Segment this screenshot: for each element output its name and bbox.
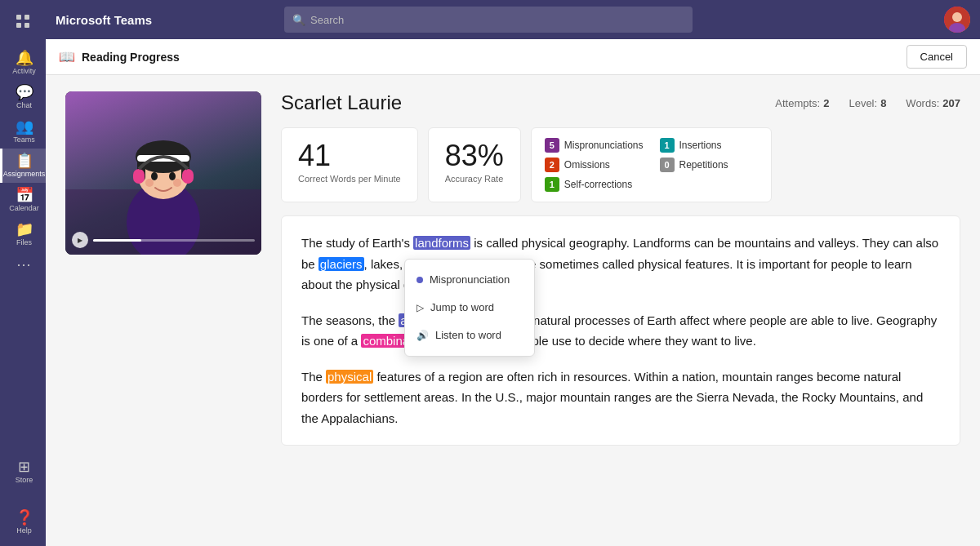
search-bar[interactable]: 🔍	[284, 7, 693, 33]
cwpm-label: Correct Words per Minute	[298, 174, 401, 184]
svg-point-19	[173, 179, 181, 187]
sidebar-item-activity[interactable]: 🔔 Activity	[0, 46, 46, 80]
popup-jump-label: Jump to word	[430, 299, 494, 317]
highlight-landforms[interactable]: landforms	[413, 236, 470, 250]
svg-rect-1	[24, 15, 29, 20]
svg-point-18	[145, 179, 154, 187]
topbar: Microsoft Teams 🔍	[46, 0, 980, 39]
listen-icon: 🔊	[416, 327, 429, 344]
search-icon: 🔍	[292, 14, 305, 26]
sidebar-label-chat: Chat	[16, 101, 32, 109]
popup-jump[interactable]: ▷ Jump to word	[405, 294, 534, 322]
sidebar: 🔔 Activity 💬 Chat 👥 Teams 📋 Assignments …	[0, 0, 46, 546]
calendar-icon: 📅	[16, 188, 33, 202]
reading-paragraph-3: The physical features of a region are of…	[301, 366, 940, 429]
metrics-card: 5 Mispronunciations 1 Insertions 2 Omiss…	[531, 127, 772, 202]
svg-point-17	[169, 172, 176, 180]
student-meta: Attempts: 2 Level: 8 Words: 207	[775, 97, 960, 109]
popup-mispronunciation[interactable]: Mispronunciation	[405, 266, 534, 294]
para3-text-before: The	[301, 370, 326, 384]
video-placeholder	[65, 91, 261, 255]
sidebar-label-teams: Teams	[13, 135, 35, 144]
accuracy-label: Accuracy Rate	[445, 174, 504, 184]
sidebar-item-more[interactable]: ···	[0, 251, 46, 278]
sidebar-item-calendar[interactable]: 📅 Calendar	[0, 183, 46, 217]
svg-rect-3	[24, 23, 29, 28]
activity-icon: 🔔	[16, 51, 33, 65]
popup-dot-icon	[416, 277, 423, 283]
video-progress-bar[interactable]	[93, 239, 255, 242]
play-button[interactable]: ▶	[72, 232, 88, 248]
teams-icon: 👥	[16, 119, 33, 134]
attempts-value: 2	[823, 97, 829, 109]
page-title: Reading Progress	[82, 51, 180, 64]
level-meta: Level: 8	[849, 97, 886, 109]
popup-mispronunciation-label: Mispronunciation	[430, 271, 510, 289]
assignments-icon: 📋	[16, 153, 33, 168]
reading-area: Mispronunciation ▷ Jump to word 🔊 Listen…	[281, 215, 960, 446]
para3-text-after: features of a region are often rich in r…	[301, 370, 923, 425]
repetitions-label: Repetitions	[679, 159, 728, 171]
svg-point-5	[952, 12, 962, 22]
self-corrections-label: Self-corrections	[564, 179, 632, 190]
para1-text-after: , lakes, or rivers. Landforms are someti…	[301, 257, 912, 292]
stats-row: 41 Correct Words per Minute 83% Accuracy…	[281, 127, 960, 202]
highlight-physical[interactable]: physical	[326, 370, 373, 384]
sidebar-item-store[interactable]: ⊞ Store	[0, 455, 46, 489]
sidebar-label-files: Files	[16, 238, 32, 246]
words-label: Words:	[906, 97, 939, 109]
video-controls: ▶	[72, 232, 255, 248]
jump-icon: ▷	[416, 300, 424, 316]
grid-icon[interactable]	[8, 7, 38, 36]
insertions-badge: 1	[660, 138, 675, 153]
cancel-button[interactable]: Cancel	[906, 45, 967, 69]
popup-listen[interactable]: 🔊 Listen to word	[405, 322, 534, 349]
reading-paragraph-1: The study of Earth's landforms is called…	[301, 233, 940, 295]
repetitions-badge: 0	[660, 158, 675, 172]
reading-paragraph-2: The seasons, the atmosphere and all the …	[301, 310, 940, 352]
sidebar-item-chat[interactable]: 💬 Chat	[0, 80, 46, 114]
search-input[interactable]	[310, 14, 684, 26]
cwpm-value: 41	[298, 141, 401, 171]
metric-insertions: 1 Insertions	[660, 138, 759, 153]
para2-text-before: The seasons, the	[301, 313, 399, 327]
content-area: ▶ Scarlet Laurie Attempts: 2 Lev	[46, 75, 980, 546]
video-panel: ▶	[65, 91, 261, 530]
insertions-label: Insertions	[679, 140, 722, 151]
highlight-glaciers[interactable]: glaciers	[318, 257, 364, 271]
svg-rect-14	[133, 169, 145, 184]
cwpm-card: 41 Correct Words per Minute	[281, 127, 418, 202]
words-value: 207	[942, 97, 960, 109]
sidebar-label-calendar: Calendar	[9, 204, 39, 212]
student-header: Scarlet Laurie Attempts: 2 Level: 8 Word…	[281, 91, 960, 114]
reading-progress-icon: 📖	[59, 49, 75, 64]
word-popup: Mispronunciation ▷ Jump to word 🔊 Listen…	[404, 259, 535, 357]
metric-omissions: 2 Omissions	[545, 158, 644, 172]
attempts-label: Attempts:	[775, 97, 820, 109]
self-corrections-badge: 1	[545, 177, 559, 192]
store-icon: ⊞	[18, 459, 30, 474]
sidebar-item-files[interactable]: 📁 Files	[0, 217, 46, 251]
sidebar-item-teams[interactable]: 👥 Teams	[0, 114, 46, 149]
main-area: Microsoft Teams 🔍 📖 Reading Progress Can…	[46, 0, 980, 546]
metric-repetitions: 0 Repetitions	[660, 158, 759, 172]
sidebar-label-assignments: Assignments	[3, 170, 46, 178]
app-name: Microsoft Teams	[56, 13, 152, 27]
omissions-badge: 2	[545, 158, 559, 172]
video-progress-fill	[93, 239, 141, 242]
level-value: 8	[880, 97, 886, 109]
video-frame: ▶	[65, 91, 261, 255]
avatar[interactable]	[944, 7, 970, 33]
student-name: Scarlet Laurie	[281, 91, 402, 114]
mispronunciations-badge: 5	[545, 138, 559, 153]
chat-icon: 💬	[16, 85, 33, 100]
para1-text-before: The study of Earth's	[301, 236, 413, 250]
sidebar-item-help[interactable]: ❓ Help	[0, 505, 46, 539]
subheader-left: 📖 Reading Progress	[59, 49, 180, 64]
svg-rect-0	[16, 15, 21, 20]
svg-rect-2	[16, 23, 21, 28]
right-panel: Scarlet Laurie Attempts: 2 Level: 8 Word…	[281, 91, 960, 530]
omissions-label: Omissions	[564, 159, 610, 171]
svg-point-16	[151, 172, 158, 180]
sidebar-item-assignments[interactable]: 📋 Assignments	[0, 149, 46, 183]
